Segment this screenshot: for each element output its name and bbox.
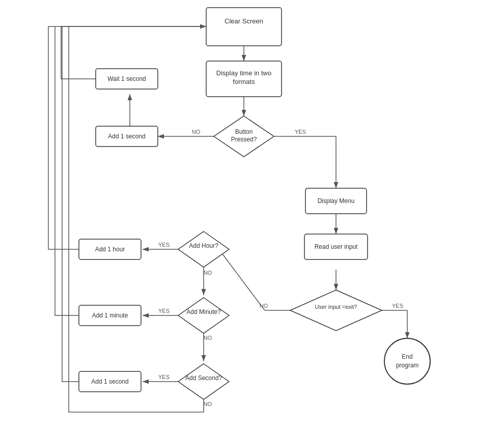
yes-label-button: YES: [295, 129, 306, 135]
add-minute-diamond: [178, 298, 229, 333]
add-1-second-top-label: Add 1 second: [108, 133, 145, 140]
add-1-minute-label: Add 1 minute: [92, 312, 128, 319]
display-menu-label: Display Menu: [318, 197, 355, 205]
svg-text:Add Minute?: Add Minute?: [186, 308, 221, 315]
svg-text:End: End: [402, 353, 412, 360]
add-hour-diamond: [178, 231, 229, 267]
svg-text:program: program: [396, 362, 419, 369]
no-label-minute: NO: [204, 335, 212, 341]
yes-label-exit: YES: [392, 303, 403, 309]
add-1-second-bottom-label: Add 1 second: [91, 378, 128, 385]
svg-rect-19: [206, 8, 282, 46]
svg-text:Add Second?: Add Second?: [185, 374, 222, 382]
no-label-hour: NO: [204, 270, 212, 276]
user-input-exit-diamond: [290, 290, 382, 331]
no-label-button: NO: [192, 129, 201, 135]
svg-text:Button: Button: [235, 128, 253, 135]
add-1-hour-label: Add 1 hour: [95, 246, 125, 253]
no-label-exit: NO: [260, 303, 268, 309]
display-time-label: Display time in two: [216, 69, 271, 77]
svg-text:Add Hour?: Add Hour?: [189, 242, 218, 249]
wait-1-second-label: Wait 1 second: [107, 75, 146, 82]
add-second-diamond: [178, 364, 229, 399]
no-label-second: NO: [204, 401, 212, 407]
svg-line-12: [219, 249, 265, 310]
end-program-circle: [384, 338, 430, 384]
read-user-input-label: Read user input: [315, 243, 358, 250]
svg-text:formats: formats: [233, 78, 255, 85]
svg-text:User input =exit?: User input =exit?: [315, 304, 357, 310]
yes-label-hour: YES: [158, 242, 170, 248]
clear-screen-label: Clear Screen: [225, 17, 263, 25]
svg-text:Pressed?: Pressed?: [231, 136, 257, 143]
yes-label-minute: YES: [158, 308, 170, 314]
yes-label-second: YES: [158, 374, 170, 380]
